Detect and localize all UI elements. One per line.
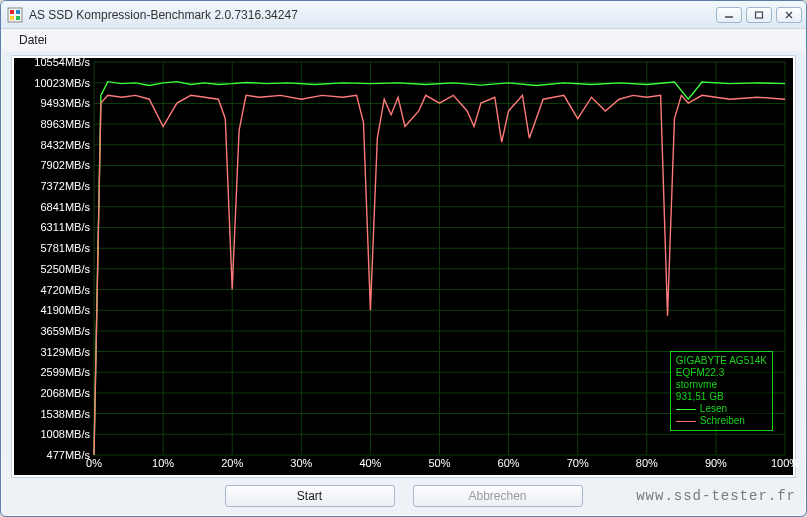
y-tick-label: 477MB/s — [47, 449, 90, 461]
x-tick-label: 100% — [771, 457, 799, 469]
chart-area: 10554MB/s10023MB/s9493MB/s8963MB/s8432MB… — [14, 58, 793, 475]
titlebar[interactable]: AS SSD Kompression-Benchmark 2.0.7316.34… — [1, 1, 806, 29]
y-tick-label: 9493MB/s — [40, 97, 90, 109]
svg-rect-2 — [16, 10, 20, 14]
x-tick-label: 40% — [359, 457, 381, 469]
y-tick-label: 3659MB/s — [40, 325, 90, 337]
y-tick-label: 2599MB/s — [40, 366, 90, 378]
y-tick-label: 8963MB/s — [40, 118, 90, 130]
app-icon — [7, 7, 23, 23]
legend-read: Lesen — [700, 403, 727, 414]
menu-datei[interactable]: Datei — [11, 31, 55, 49]
y-tick-label: 4190MB/s — [40, 304, 90, 316]
y-tick-label: 7902MB/s — [40, 159, 90, 171]
x-tick-label: 50% — [428, 457, 450, 469]
close-button[interactable] — [776, 7, 802, 23]
legend-box: GIGABYTE AG514K EQFM22.3 stornvme 931,51… — [670, 351, 773, 431]
device-line3: stornvme — [676, 379, 767, 391]
watermark: www.ssd-tester.fr — [636, 488, 796, 504]
y-tick-label: 4720MB/s — [40, 284, 90, 296]
x-tick-label: 90% — [705, 457, 727, 469]
x-tick-label: 30% — [290, 457, 312, 469]
app-window: AS SSD Kompression-Benchmark 2.0.7316.34… — [0, 0, 807, 517]
x-tick-label: 0% — [86, 457, 102, 469]
y-axis-labels: 10554MB/s10023MB/s9493MB/s8963MB/s8432MB… — [14, 62, 92, 455]
y-tick-label: 6841MB/s — [40, 201, 90, 213]
y-tick-label: 5250MB/s — [40, 263, 90, 275]
menubar: Datei — [1, 29, 806, 51]
y-tick-label: 6311MB/s — [40, 221, 90, 233]
svg-rect-1 — [10, 10, 14, 14]
svg-rect-6 — [756, 12, 763, 18]
device-line1: GIGABYTE AG514K — [676, 355, 767, 367]
y-tick-label: 7372MB/s — [40, 180, 90, 192]
minimize-button[interactable] — [716, 7, 742, 23]
maximize-button[interactable] — [746, 7, 772, 23]
x-tick-label: 10% — [152, 457, 174, 469]
svg-rect-4 — [16, 16, 20, 20]
y-tick-label: 2068MB/s — [40, 387, 90, 399]
device-line4: 931,51 GB — [676, 391, 767, 403]
x-tick-label: 20% — [221, 457, 243, 469]
y-tick-label: 8432MB/s — [40, 139, 90, 151]
x-tick-label: 70% — [567, 457, 589, 469]
start-button[interactable]: Start — [225, 485, 395, 507]
legend-write: Schreiben — [700, 415, 745, 426]
y-tick-label: 5781MB/s — [40, 242, 90, 254]
x-axis-labels: 0%10%20%30%40%50%60%70%80%90%100% — [94, 457, 785, 473]
cancel-button[interactable]: Abbrechen — [413, 485, 583, 507]
swatch-write — [676, 421, 696, 422]
window-controls — [716, 7, 802, 23]
y-tick-label: 1538MB/s — [40, 408, 90, 420]
y-tick-label: 1008MB/s — [40, 428, 90, 440]
device-line2: EQFM22.3 — [676, 367, 767, 379]
svg-rect-3 — [10, 16, 14, 20]
swatch-read — [676, 409, 696, 410]
chart-panel: 10554MB/s10023MB/s9493MB/s8963MB/s8432MB… — [11, 55, 796, 478]
y-tick-label: 10023MB/s — [34, 77, 90, 89]
x-tick-label: 60% — [498, 457, 520, 469]
y-tick-label: 10554MB/s — [34, 56, 90, 68]
window-title: AS SSD Kompression-Benchmark 2.0.7316.34… — [29, 8, 716, 22]
plot-region: GIGABYTE AG514K EQFM22.3 stornvme 931,51… — [94, 62, 785, 455]
y-tick-label: 3129MB/s — [40, 346, 90, 358]
x-tick-label: 80% — [636, 457, 658, 469]
